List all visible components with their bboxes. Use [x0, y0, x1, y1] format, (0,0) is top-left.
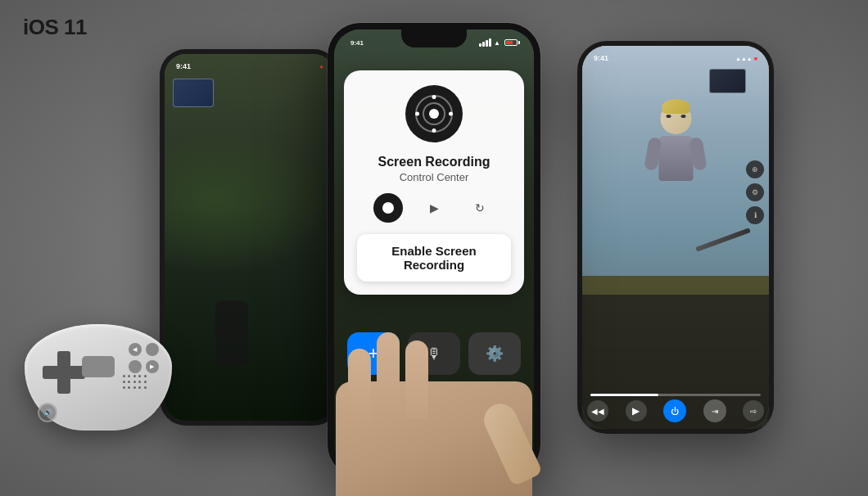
rewind-btn[interactable]: ◀◀: [587, 400, 608, 422]
signal-bars: [479, 38, 491, 47]
bar-4: [489, 38, 491, 47]
volume-knob[interactable]: 🔊: [38, 403, 57, 422]
face-buttons: ◀ ▶: [126, 341, 160, 376]
dot-right: [449, 112, 453, 116]
bar-3: [486, 40, 488, 47]
finger-3: [405, 340, 428, 418]
phone-left-screen: 9:41 ●: [165, 54, 335, 421]
phone-left-body: 9:41 ●: [160, 49, 340, 426]
side-controls: ⊕ ⚙ ℹ: [746, 160, 764, 224]
center-dot: [429, 109, 439, 119]
finger-2: [377, 332, 400, 414]
dot-left: [415, 112, 419, 116]
popup-subtitle: Control Center: [357, 171, 511, 183]
dot-bottom: [432, 129, 436, 133]
phone-right-screen: 9:41 ▲▲▲ ■ ⊕ ⚙ ℹ: [582, 46, 769, 429]
phone-right-game-bg: 9:41 ▲▲▲ ■ ⊕ ⚙ ℹ: [582, 46, 769, 429]
ios-version-label: iOS 11: [23, 15, 87, 40]
recording-popup: Screen Recording Control Center ▶ ↻: [344, 70, 524, 295]
phone-right-thumbnail: [709, 69, 746, 93]
phone-left-notif-bar: 9:41 ●: [170, 59, 330, 74]
forward-btn[interactable]: ⇨: [743, 400, 764, 422]
battery-fill: [506, 41, 513, 44]
dpad[interactable]: [43, 351, 85, 394]
play-button-mini[interactable]: ▶: [419, 193, 449, 223]
finger-1: [348, 349, 371, 422]
figure-left: [215, 300, 248, 366]
bar-1: [479, 43, 481, 47]
phone-left-thumbnail: [173, 79, 214, 107]
controller-body: ◀ ▶ 🔊: [25, 324, 172, 431]
action-btn-2[interactable]: ⇥: [703, 399, 726, 422]
phone-right-time: 9:41: [594, 54, 608, 62]
action-btn-1[interactable]: ⏻: [663, 399, 686, 422]
play-btn[interactable]: ▶: [626, 400, 647, 422]
refresh-button-mini[interactable]: ↻: [465, 193, 495, 223]
side-btn-1[interactable]: ⊕: [746, 160, 764, 178]
phone-left-game-bg: 9:41 ●: [165, 54, 335, 421]
bar-2: [482, 42, 485, 47]
status-icons: ▲: [479, 38, 518, 47]
foliage-left: [165, 128, 335, 274]
hand-holding-phone: [328, 357, 540, 496]
play-icon: ▶: [430, 201, 439, 214]
refresh-icon: ↻: [475, 201, 485, 214]
progress-bar[interactable]: [590, 394, 761, 396]
mini-controls: ▶ ↻: [357, 193, 511, 223]
phone-right-body: 9:41 ▲▲▲ ■ ⊕ ⚙ ℹ: [577, 41, 774, 434]
phone-notch: [401, 29, 467, 47]
side-btn-3[interactable]: ℹ: [746, 206, 764, 224]
dpad-vertical: [57, 351, 70, 394]
battery-icon: [504, 39, 518, 46]
dot-top: [432, 95, 436, 99]
status-time: 9:41: [350, 39, 364, 47]
controller-touchpad[interactable]: [82, 356, 115, 377]
phone-right-notif-bar: 9:41 ▲▲▲ ■: [587, 51, 764, 65]
phone-left: 9:41 ●: [160, 49, 340, 426]
game-controller: ◀ ▶ 🔊: [25, 324, 172, 431]
controller-speaker: [123, 375, 147, 391]
enable-recording-button[interactable]: Enable Screen Recording: [357, 234, 511, 282]
media-section: ◀◀ ▶ ⏻ ⇥ ⇨: [582, 295, 769, 429]
phone-right: 9:41 ▲▲▲ ■ ⊕ ⚙ ℹ: [577, 41, 774, 434]
progress-fill: [590, 394, 658, 396]
recording-icon-circle: [405, 85, 463, 142]
record-icon: [382, 202, 394, 214]
record-button-mini[interactable]: [373, 193, 403, 223]
media-buttons-row: ◀◀ ▶ ⏻ ⇥ ⇨: [587, 399, 764, 422]
popup-title: Screen Recording: [357, 154, 511, 169]
wifi-icon: ▲: [494, 39, 500, 47]
phone-left-time: 9:41: [176, 62, 191, 70]
side-btn-2[interactable]: ⚙: [746, 183, 764, 201]
boy-figure: [653, 103, 698, 201]
